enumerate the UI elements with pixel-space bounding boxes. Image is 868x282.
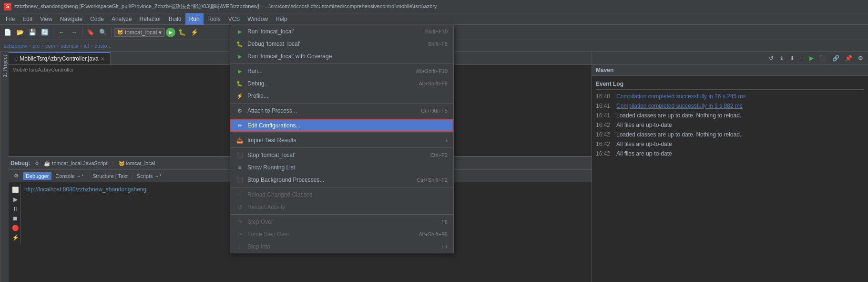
new-button[interactable]: 📄: [2, 27, 13, 38]
run-menu-stop-bg-shortcut: Ctrl+Shift+F2: [417, 177, 448, 183]
sep-2: [230, 103, 453, 104]
run-menu-import-test[interactable]: 📥 Import Test Results ›: [230, 134, 453, 146]
run-config-selector[interactable]: 🐱 tomcat_local ▾: [114, 28, 165, 37]
run-button[interactable]: ▶: [166, 28, 175, 37]
profile-button[interactable]: ⚡: [189, 27, 200, 38]
log-link-2[interactable]: Compilation completed successfully in 3 …: [616, 103, 743, 109]
breadcrumb-sdcncsi[interactable]: sdcncsi: [61, 43, 78, 49]
step-over-icon: ↷: [236, 218, 244, 226]
menu-analyze[interactable]: Analyze: [108, 13, 136, 25]
log-time-6: 16:42: [596, 141, 613, 147]
open-button[interactable]: 📂: [14, 27, 26, 38]
run-menu-debug-tomcat[interactable]: 🐛 Debug 'tomcat_local' Shift+F9: [230, 38, 453, 50]
log-entry-2: 16:41 Compilation completed successfully…: [596, 101, 864, 111]
tab-filename: MobileTsrqAzbryController.java: [20, 55, 98, 62]
menu-file[interactable]: File: [2, 13, 19, 25]
run-menu-stop-label: Stop 'tomcat_local': [247, 152, 295, 158]
run-menu-stop-bg-label: Stop Background Processes...: [247, 177, 324, 183]
breadcrumb-ict[interactable]: ict: [84, 43, 89, 49]
menu-navigate[interactable]: Navigate: [56, 13, 86, 25]
save-all-button[interactable]: 💾: [27, 27, 38, 38]
maven-download-btn[interactable]: ⬇: [788, 54, 797, 63]
edit-config-icon: ✏: [236, 122, 244, 129]
menu-window[interactable]: Window: [244, 13, 272, 25]
menu-help[interactable]: Help: [272, 13, 291, 25]
maven-run-btn[interactable]: ▶: [807, 54, 816, 63]
debug-stop-btn[interactable]: ⏸: [11, 205, 19, 213]
run-menu-attach[interactable]: ⚙ Attach to Process... Ctrl+Alt+F5: [230, 104, 453, 117]
debug-reload-btn[interactable]: 🔴: [11, 224, 19, 232]
debug-tab-tomcat[interactable]: 🐱 tomcat_local: [115, 159, 159, 167]
editor-tab-controller[interactable]: C MobileTsrqAzbryController.java ✕: [9, 52, 111, 64]
debug-settings-btn[interactable]: ⚙: [10, 170, 22, 182]
run-menu-step-into-shortcut: F7: [441, 244, 448, 250]
run-menu-run-tomcat[interactable]: ▶ Run 'tomcat_local' Shift+F10: [230, 25, 453, 38]
run-menu-step-into: ↓ Step Into F7: [230, 240, 453, 253]
debug-subtab-debugger[interactable]: Debugger: [23, 172, 51, 180]
maven-refresh-btn[interactable]: ↺: [767, 54, 776, 63]
run-menu-debug-dots-label: Debug...: [247, 80, 269, 87]
breadcrumb-project[interactable]: zzbzbnew: [4, 43, 27, 49]
run-menu-debug-dots[interactable]: 🐛 Debug... Alt+Shift+F9: [230, 77, 453, 90]
right-panel: ↺ ↡ ⬇ + ▶ ⬛ 🔗 📌 ⚙ Maven Event Log 16:40 …: [592, 52, 868, 282]
maven-add-btn[interactable]: +: [798, 54, 806, 63]
debug-subtab-console[interactable]: Console →*: [52, 172, 86, 180]
debug-button[interactable]: 🐛: [176, 27, 188, 38]
project-sidebar[interactable]: 1: Project: [0, 52, 9, 282]
run-menu-run-dots[interactable]: ▶ Run... Alt+Shift+F10: [230, 65, 453, 77]
run-menu-stop-bg[interactable]: ⬛ Stop Background Processes... Ctrl+Shif…: [230, 174, 453, 186]
maven-stop-btn[interactable]: ⬛: [817, 54, 828, 63]
run-menu-restart-activity: ↺ Restart Activity: [230, 201, 453, 213]
run-menu-stop[interactable]: ⬛ Stop 'tomcat_local' Ctrl+F2: [230, 149, 453, 161]
debug-pause-btn[interactable]: ▶: [11, 196, 19, 203]
menu-build[interactable]: Build: [165, 13, 185, 25]
run-dots-icon: ▶: [236, 67, 244, 75]
find-button[interactable]: 🔍: [97, 27, 109, 38]
stop-bg-icon: ⬛: [236, 176, 244, 184]
config-dropdown-arrow: ▾: [159, 29, 162, 36]
run-menu-profile-label: Profile...: [247, 93, 268, 99]
breadcrumb-custo[interactable]: custo...: [94, 43, 111, 49]
config-name: tomcat_local: [125, 29, 157, 36]
menu-run[interactable]: Run: [185, 13, 204, 25]
run-menu-step-over-shortcut: F8: [441, 219, 448, 225]
debug-subtab-structure[interactable]: Structure | Text: [90, 172, 131, 180]
run-menu-running-list-label: Show Running List: [247, 164, 295, 171]
debug-lightning-btn[interactable]: ⚡: [11, 234, 19, 241]
run-menu-running-list[interactable]: ≡ Show Running List: [230, 161, 453, 174]
maven-link-btn[interactable]: 🔗: [830, 54, 841, 63]
back-button[interactable]: ←: [56, 27, 67, 38]
maven-pin-btn[interactable]: 📌: [843, 54, 854, 63]
run-menu-debug-dots-shortcut: Alt+Shift+F9: [419, 81, 448, 86]
log-time-3: 16:41: [596, 112, 613, 119]
debug-tab-js[interactable]: ☕ tomcat_local JavaScript: [40, 159, 111, 167]
log-time-2: 16:41: [596, 103, 613, 109]
debug-label: Debug:: [10, 160, 30, 167]
maven-collapse-btn[interactable]: ↡: [777, 54, 786, 63]
menu-edit[interactable]: Edit: [19, 13, 36, 25]
menu-bar: File Edit View Navigate Code Analyze Ref…: [0, 13, 868, 25]
sep-1: [230, 63, 453, 64]
menu-refactor[interactable]: Refactor: [136, 13, 165, 25]
run-menu-coverage[interactable]: ▶ Run 'tomcat_local' with Coverage: [230, 50, 453, 63]
tab-close-button[interactable]: ✕: [101, 56, 104, 62]
breadcrumb-com[interactable]: com: [45, 43, 55, 49]
log-link-1[interactable]: Compilation completed successfully in 26…: [616, 93, 745, 100]
forward-button[interactable]: →: [68, 27, 80, 38]
debug-step-btn[interactable]: ⏹: [11, 215, 19, 222]
breadcrumb-src[interactable]: src: [33, 43, 40, 49]
run-menu-reload-classes: ≡ Reload Changed Classes: [230, 188, 453, 201]
title-bar: S zzbzbnew_shandongsheng [F:\workspaceGi…: [0, 0, 868, 13]
run-menu-profile[interactable]: ⚡ Profile...: [230, 90, 453, 102]
bookmark-button[interactable]: 🔖: [85, 27, 96, 38]
run-menu-edit-config[interactable]: ✏ Edit Configurations...: [230, 119, 453, 132]
menu-code[interactable]: Code: [86, 13, 108, 25]
menu-vcs[interactable]: VCS: [225, 13, 244, 25]
menu-tools[interactable]: Tools: [204, 13, 225, 25]
debug-subtab-scripts[interactable]: Scripts →*: [134, 172, 164, 180]
maven-settings-btn[interactable]: ⚙: [856, 54, 865, 63]
run-menu-dropdown: ▶ Run 'tomcat_local' Shift+F10 🐛 Debug '…: [230, 25, 454, 253]
sync-button[interactable]: 🔄: [39, 27, 51, 38]
menu-view[interactable]: View: [36, 13, 56, 25]
debug-resume-btn[interactable]: ⬜: [11, 186, 19, 194]
